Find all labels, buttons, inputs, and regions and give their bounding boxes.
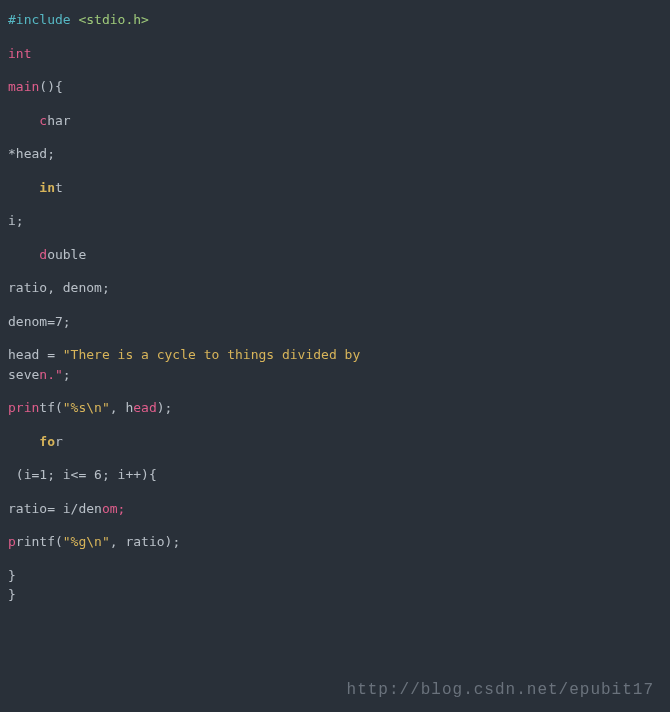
code-line: head = "There is a cycle to things divid…: [8, 345, 662, 365]
assignment: denom=7;: [8, 314, 71, 329]
code-line: }: [8, 585, 662, 605]
code-line: }: [8, 566, 662, 586]
code-line: *head;: [8, 144, 662, 164]
code-line: ratio, denom;: [8, 278, 662, 298]
code-line: char: [8, 111, 662, 131]
variable-decl: ratio, denom;: [8, 280, 110, 295]
keyword-char: c: [8, 113, 47, 128]
code-line: ratio= i/denom;: [8, 499, 662, 519]
code-block: #include <stdio.h> int main(){ char *hea…: [0, 0, 670, 615]
code-line: denom=7;: [8, 312, 662, 332]
code-line: double: [8, 245, 662, 265]
code-line: printf("%g\n", ratio);: [8, 532, 662, 552]
code-line: seven.";: [8, 365, 662, 385]
variable-decl: i;: [8, 213, 24, 228]
for-condition: (i=1; i<= 6; i++){: [8, 467, 157, 482]
function-name: main: [8, 79, 39, 94]
include-header: <stdio.h>: [78, 12, 148, 27]
printf-call: prin: [8, 400, 39, 415]
keyword: int: [8, 46, 31, 61]
watermark-url: http://blog.csdn.net/epubit17: [347, 678, 654, 702]
code-line: int: [8, 178, 662, 198]
code-line: int: [8, 44, 662, 64]
closing-brace: }: [8, 587, 16, 602]
closing-brace: }: [8, 568, 16, 583]
code-line: i;: [8, 211, 662, 231]
format-string: "%s\n": [63, 400, 110, 415]
code-line: for: [8, 432, 662, 452]
keyword-int: in: [8, 180, 55, 195]
preprocessor: #include: [8, 12, 78, 27]
code-line: main(){: [8, 77, 662, 97]
code-line: (i=1; i<= 6; i++){: [8, 465, 662, 485]
keyword-for: fo: [8, 434, 55, 449]
assignment: ratio= i/den: [8, 501, 102, 516]
printf-call: p: [8, 534, 16, 549]
variable-decl: *head;: [8, 146, 55, 161]
string-literal: "There is a cycle to things divided by: [63, 347, 360, 362]
code-line: #include <stdio.h>: [8, 10, 662, 30]
format-string: "%g\n": [63, 534, 110, 549]
code-line: printf("%s\n", head);: [8, 398, 662, 418]
keyword-double: d: [8, 247, 47, 262]
